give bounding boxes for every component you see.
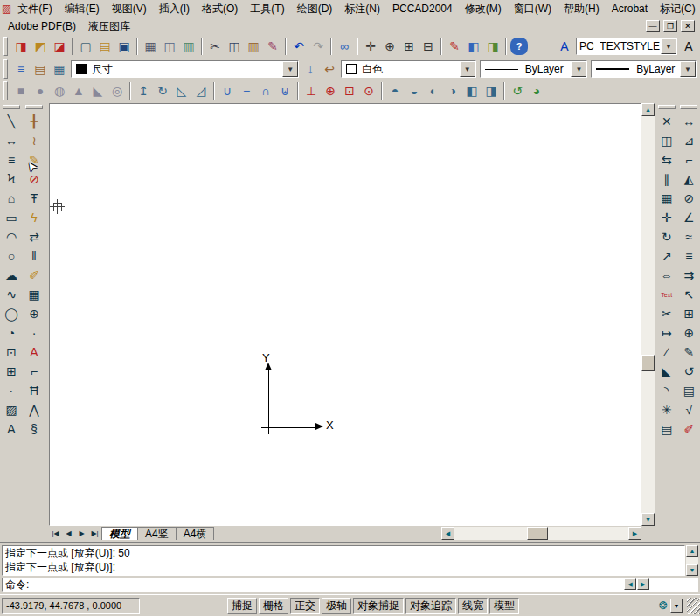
- intersect-icon[interactable]: ∩: [257, 82, 274, 100]
- text-style-combo[interactable]: PC_TEXTSTYLE ▼: [576, 38, 677, 55]
- subtract-icon[interactable]: −: [238, 82, 255, 100]
- quick-draw-icon[interactable]: ϟ: [24, 209, 44, 226]
- view-front-icon[interactable]: ◧: [463, 82, 481, 100]
- view-right-icon[interactable]: ◑: [444, 82, 461, 100]
- view-bottom-icon[interactable]: ◒: [405, 82, 423, 100]
- plot-style-icon[interactable]: ▥: [180, 38, 198, 55]
- dim-baseline-icon[interactable]: ≡: [679, 247, 698, 265]
- menu-view[interactable]: 视图(V): [106, 0, 153, 18]
- target-icon[interactable]: ⊕: [24, 305, 44, 322]
- toggle-model-space[interactable]: 模型: [489, 598, 519, 614]
- dim-angular-icon[interactable]: ∠: [679, 209, 698, 226]
- scroll-down-button[interactable]: ▼: [641, 513, 655, 526]
- canvas-horizontal-scrollbar[interactable]: ◀ ▶: [441, 527, 641, 540]
- zoom-window-icon[interactable]: ⊞: [400, 38, 418, 55]
- redraw-icon[interactable]: ✎: [446, 38, 463, 55]
- ellipse-arc-icon[interactable]: ◔: [2, 324, 21, 342]
- slice-icon[interactable]: ◺: [173, 82, 191, 100]
- coordinate-display[interactable]: -43.9179, 44.7678 , 0.0000: [2, 598, 140, 614]
- mirror-icon[interactable]: ⇆: [657, 151, 676, 169]
- roughness-icon[interactable]: √: [679, 401, 698, 419]
- print-preview-icon[interactable]: ◫: [161, 38, 178, 55]
- menu-modify[interactable]: 修改(M): [459, 0, 508, 18]
- bolt-icon[interactable]: Ŧ: [24, 190, 44, 207]
- save-file-icon[interactable]: ▣: [115, 38, 133, 55]
- array-icon[interactable]: ▦: [657, 190, 676, 207]
- tab-a4-portrait[interactable]: A4竖: [137, 527, 177, 540]
- ucs-object-icon[interactable]: ⊡: [341, 82, 358, 100]
- chamfer-icon[interactable]: ◣: [657, 363, 676, 380]
- scroll-up-button[interactable]: ▲: [641, 103, 655, 116]
- menu-dimension[interactable]: 标注(N): [338, 0, 386, 18]
- rectangle-icon[interactable]: ▭: [2, 209, 21, 226]
- menu-help[interactable]: 帮助(H): [558, 0, 606, 18]
- ellipse-icon[interactable]: ◯: [2, 305, 21, 322]
- toggle-polar[interactable]: 极轴: [322, 598, 351, 614]
- center-mark-icon[interactable]: ⊕: [679, 324, 698, 342]
- quick-dim-icon[interactable]: ≈: [679, 228, 698, 246]
- view-back-icon[interactable]: ◨: [482, 82, 500, 100]
- dropdown-arrow-icon[interactable]: ▼: [460, 61, 475, 77]
- trim-icon[interactable]: ✂: [657, 305, 676, 322]
- ucs-world-icon[interactable]: ⊕: [322, 82, 339, 100]
- communication-center-icon[interactable]: ❂: [656, 599, 670, 613]
- text-icon[interactable]: A: [2, 420, 21, 438]
- line-icon[interactable]: ╲: [2, 113, 21, 130]
- scale-icon[interactable]: ↗: [657, 247, 676, 265]
- node-point-icon[interactable]: ·: [24, 324, 44, 342]
- edit-pencil-icon[interactable]: ✐: [679, 420, 698, 438]
- menu-file[interactable]: 文件(F): [11, 0, 58, 18]
- tab-model[interactable]: 模型: [101, 527, 138, 540]
- solid-cone-icon[interactable]: ▲: [70, 82, 87, 100]
- solid-sphere-icon[interactable]: ●: [31, 82, 49, 100]
- extrude-icon[interactable]: ↥: [135, 82, 152, 100]
- toggle-otrack[interactable]: 对象追踪: [405, 598, 456, 614]
- cut-icon[interactable]: ✂: [206, 38, 224, 55]
- view-top-icon[interactable]: ◓: [386, 82, 404, 100]
- dim-radius-icon[interactable]: ◭: [679, 170, 698, 188]
- dim-aligned-icon[interactable]: ⊿: [679, 132, 698, 149]
- pan-realtime-icon[interactable]: ✛: [362, 38, 379, 55]
- horizontal-scrollbar-thumb[interactable]: [527, 527, 548, 540]
- single-text-icon[interactable]: A: [680, 38, 697, 55]
- dropdown-arrow-icon[interactable]: ▼: [661, 38, 676, 54]
- dim-linear-icon[interactable]: ↔: [679, 113, 698, 130]
- menu-window[interactable]: 窗口(W): [508, 0, 558, 18]
- toolbar-grip[interactable]: [3, 105, 20, 109]
- vertical-scrollbar-thumb[interactable]: [641, 355, 655, 371]
- new-file-icon[interactable]: ▢: [77, 38, 94, 55]
- move-icon[interactable]: ✛: [657, 209, 676, 226]
- toggle-lineweight[interactable]: 线宽: [458, 598, 488, 614]
- offset-icon[interactable]: ∥: [657, 170, 676, 188]
- menu-pccad2004[interactable]: PCCAD2004: [386, 1, 459, 17]
- solid-wedge-icon[interactable]: ◣: [89, 82, 107, 100]
- dropdown-arrow-icon[interactable]: ▼: [680, 61, 696, 77]
- next-tab-icon[interactable]: ▶: [75, 527, 88, 539]
- layers-icon[interactable]: ≡: [12, 60, 30, 78]
- tolerance-icon[interactable]: ⊞: [679, 305, 698, 322]
- union-icon[interactable]: ∪: [218, 82, 236, 100]
- toolbar-grip[interactable]: [3, 37, 8, 56]
- polyline-icon[interactable]: Ϟ: [2, 170, 21, 188]
- section-icon[interactable]: ◿: [192, 82, 210, 100]
- ucs-origin-icon[interactable]: ⊙: [360, 82, 378, 100]
- corner-icon[interactable]: ⌐: [24, 363, 44, 380]
- drawing-canvas[interactable]: Y X: [49, 103, 641, 526]
- dropdown-arrow-icon[interactable]: ▼: [282, 61, 298, 77]
- symmetry-icon[interactable]: ⇄: [24, 228, 44, 246]
- undo-icon[interactable]: ↶: [290, 38, 308, 55]
- redo-icon[interactable]: ↷: [309, 38, 327, 55]
- scroll-down-button[interactable]: ▼: [686, 564, 698, 576]
- edit-properties-icon[interactable]: ▤: [657, 420, 676, 438]
- command-scroll-right-button[interactable]: ▶: [637, 578, 649, 590]
- section-symbol-icon[interactable]: §: [24, 420, 44, 438]
- command-history[interactable]: 指定下一点或 [放弃(U)]: 50 指定下一点或 [放弃(U)]:: [2, 545, 685, 576]
- command-scroll-left-button[interactable]: ◀: [624, 578, 636, 590]
- minimize-icon[interactable]: —: [646, 20, 660, 32]
- copy-object-icon[interactable]: ◫: [657, 132, 676, 149]
- scroll-up-button[interactable]: ▲: [686, 545, 698, 557]
- scroll-right-button[interactable]: ▶: [628, 527, 641, 540]
- construction-line-icon[interactable]: ↔: [2, 132, 21, 149]
- drawn-line[interactable]: [207, 273, 454, 273]
- linetype-combo[interactable]: ByLayer ▼: [480, 60, 588, 78]
